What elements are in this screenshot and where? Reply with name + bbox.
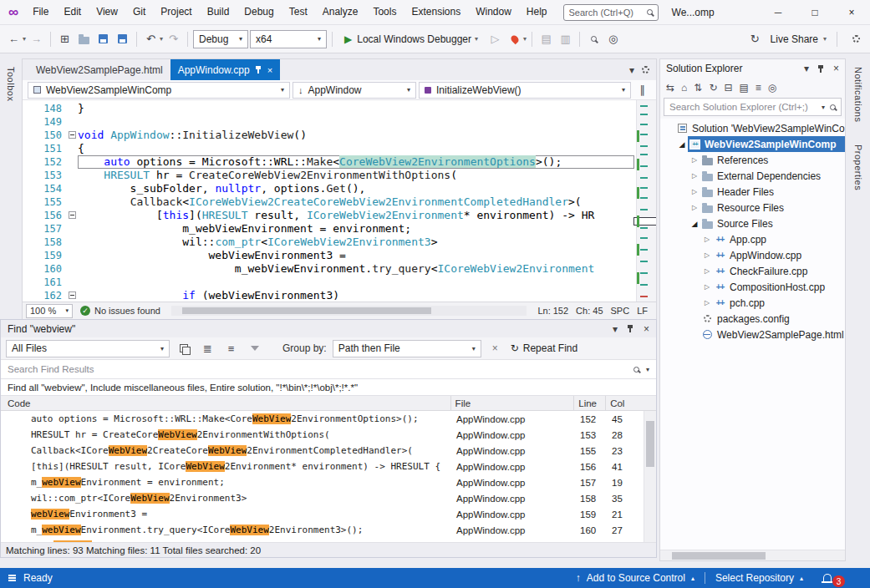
pin-icon[interactable] <box>817 64 825 74</box>
code-text[interactable]: s_subFolder, nullptr, options.Get(), <box>78 182 634 195</box>
navigate-forward-icon[interactable]: → <box>28 29 45 49</box>
menu-build[interactable]: Build <box>200 0 237 24</box>
breakpoint-margin[interactable] <box>23 249 41 262</box>
menu-window[interactable]: Window <box>468 0 519 24</box>
home-icon[interactable]: ⌂ <box>681 82 687 94</box>
tree-item-resource-files[interactable]: ▷Resource Files <box>660 200 845 215</box>
expander-expanded-icon[interactable]: ◢ <box>689 220 700 228</box>
code-text[interactable] <box>78 276 634 289</box>
tab-appwindow-cpp[interactable]: AppWindow.cpp× <box>170 59 281 80</box>
editor-hscrollbar[interactable] <box>171 306 527 316</box>
breakpoint-margin[interactable] <box>23 262 41 276</box>
navigate-back-icon[interactable]: ← <box>5 29 23 49</box>
open-file-icon[interactable] <box>75 29 93 49</box>
spaces-indicator[interactable]: SPC <box>611 306 630 316</box>
quick-search-input[interactable] <box>569 8 644 18</box>
fold-collapse-icon[interactable] <box>69 291 76 299</box>
code-text[interactable]: } <box>78 102 634 115</box>
tree-item-appwindow-cpp[interactable]: ▷++AppWindow.cpp <box>660 247 845 263</box>
tab-webview2samplepage-html[interactable]: WebView2SamplePage.html <box>28 59 170 80</box>
chevron-down-icon[interactable]: ▾ <box>23 35 26 43</box>
collapse-all-icon[interactable]: ⊟ <box>724 82 732 94</box>
keep-results-icon[interactable] <box>176 338 193 358</box>
code-text[interactable]: m_webViewEnvironment.try_query<ICoreWebV… <box>78 262 634 276</box>
expander-collapsed-icon[interactable]: ▷ <box>701 267 713 275</box>
breakpoint-margin[interactable] <box>23 102 41 115</box>
undo-icon[interactable]: ↶ <box>142 29 160 49</box>
breakpoint-margin[interactable] <box>23 276 41 289</box>
break-all-icon[interactable]: ▤ <box>537 29 555 49</box>
properties-icon[interactable]: ≡ <box>756 82 761 94</box>
window-position-icon[interactable]: ▾ <box>613 323 618 335</box>
live-share-icon[interactable]: ↻ <box>746 29 764 49</box>
tree-item-packages-config[interactable]: packages.config <box>660 311 845 327</box>
preview-selected-icon[interactable]: ◎ <box>768 82 776 94</box>
expander-expanded-icon[interactable]: ◢ <box>676 140 688 149</box>
active-files-dropdown-icon[interactable]: ▾ <box>629 64 634 76</box>
save-all-icon[interactable] <box>114 29 131 49</box>
tree-item-solution-webview2samplewinco[interactable]: Solution 'WebView2SampleWinCo <box>660 120 845 136</box>
navbar-member-dropdown[interactable]: InitializeWebView() ▾ <box>419 82 631 99</box>
save-icon[interactable] <box>94 29 112 49</box>
tree-item-pch-cpp[interactable]: ▷++pch.cpp <box>660 295 845 311</box>
repeat-find-button[interactable]: ↻ Repeat Find <box>511 342 577 354</box>
tree-item-webview2samplepage-html[interactable]: WebView2SamplePage.html <box>660 327 845 342</box>
menu-view[interactable]: View <box>89 0 125 24</box>
find-results-search-input[interactable] <box>8 364 627 374</box>
code-text[interactable]: auto options = Microsoft::WRL::Make<Core… <box>78 155 634 169</box>
show-all-files-icon[interactable]: ▤ <box>740 82 749 94</box>
close-icon[interactable]: × <box>644 323 649 335</box>
solution-explorer-search[interactable]: ▾ <box>664 98 842 116</box>
breakpoint-margin[interactable] <box>23 209 41 222</box>
expander-collapsed-icon[interactable]: ▷ <box>689 188 700 195</box>
code-text[interactable]: if (webViewEnvironment3) <box>78 289 634 302</box>
notifications-side-tab[interactable]: Notifications <box>853 58 863 124</box>
hot-reload-icon[interactable] <box>506 29 523 49</box>
expander-collapsed-icon[interactable]: ▷ <box>701 236 713 243</box>
code-text[interactable]: wil::com_ptr<ICoreWebView2Environment3> <box>78 236 634 249</box>
menu-debug[interactable]: Debug <box>237 0 281 24</box>
solution-explorer-header[interactable]: Solution Explorer ▾ × <box>660 59 845 78</box>
close-tab-icon[interactable]: × <box>267 65 272 75</box>
minimize-button[interactable]: ─ <box>760 0 796 24</box>
window-position-icon[interactable]: ▾ <box>804 63 809 74</box>
send-feedback-icon[interactable] <box>847 29 865 49</box>
code-text[interactable] <box>78 115 634 129</box>
issues-indicator[interactable]: ✓ No issues found <box>80 306 160 316</box>
live-share-label[interactable]: Live Share <box>771 33 818 45</box>
code-text[interactable]: void AppWindow::InitializeWebView() <box>78 129 634 142</box>
pending-changes-filter-icon[interactable]: ⇅ <box>694 82 702 94</box>
menu-edit[interactable]: Edit <box>56 0 89 24</box>
breakpoint-margin[interactable] <box>23 182 41 195</box>
pin-icon[interactable] <box>627 324 634 333</box>
tree-item-references[interactable]: ▷References <box>660 152 845 168</box>
code-text[interactable]: webViewEnvironment3 = <box>78 249 634 262</box>
close-icon[interactable]: × <box>833 63 839 74</box>
tree-item-header-files[interactable]: ▷Header Files <box>660 184 845 200</box>
code-text[interactable]: Callback<ICoreWebView2CreateCoreWebView2… <box>78 195 634 209</box>
find-result-row[interactable]: [this](HRESULT result, ICoreWebView2Envi… <box>1 459 656 474</box>
breakpoint-margin[interactable] <box>23 236 41 249</box>
find-result-row[interactable]: Callback<ICoreWebView2CreateCoreWebView2… <box>1 443 656 459</box>
menu-test[interactable]: Test <box>282 0 315 24</box>
column-header-line[interactable]: Line <box>574 396 606 410</box>
find-in-files-icon[interactable] <box>585 29 603 49</box>
menu-help[interactable]: Help <box>519 0 555 24</box>
editor-layout-icon[interactable]: ◎ <box>604 29 622 49</box>
background-tasks-icon[interactable] <box>8 575 16 581</box>
code-editor[interactable]: 148}149150void AppWindow::InitializeWebV… <box>23 100 656 302</box>
tree-item-compositionhost-cpp[interactable]: ▷++CompositionHost.cpp <box>660 279 845 295</box>
find-result-row[interactable]: if (webViewEnvironment3)AppWindow.cpp162… <box>1 538 656 542</box>
chevron-down-icon[interactable]: ▾ <box>823 35 827 43</box>
code-text[interactable]: m_webViewEnvironment = environment; <box>78 222 634 236</box>
line-indicator[interactable]: Ln: 152 <box>537 306 568 316</box>
expander-collapsed-icon[interactable]: ▷ <box>689 172 700 180</box>
solution-explorer-hscrollbar[interactable] <box>660 550 845 560</box>
breakpoint-margin[interactable] <box>23 155 41 169</box>
results-scrollbar-thumb[interactable] <box>646 421 654 467</box>
redo-icon[interactable]: ↷ <box>165 29 182 49</box>
solution-explorer-search-input[interactable] <box>669 102 817 112</box>
find-result-row[interactable]: HRESULT hr = CreateCoreWebView2Environme… <box>1 427 656 443</box>
maximize-button[interactable]: □ <box>796 0 833 24</box>
navbar-type-dropdown[interactable]: ↓ AppWindow ▾ <box>293 82 416 99</box>
